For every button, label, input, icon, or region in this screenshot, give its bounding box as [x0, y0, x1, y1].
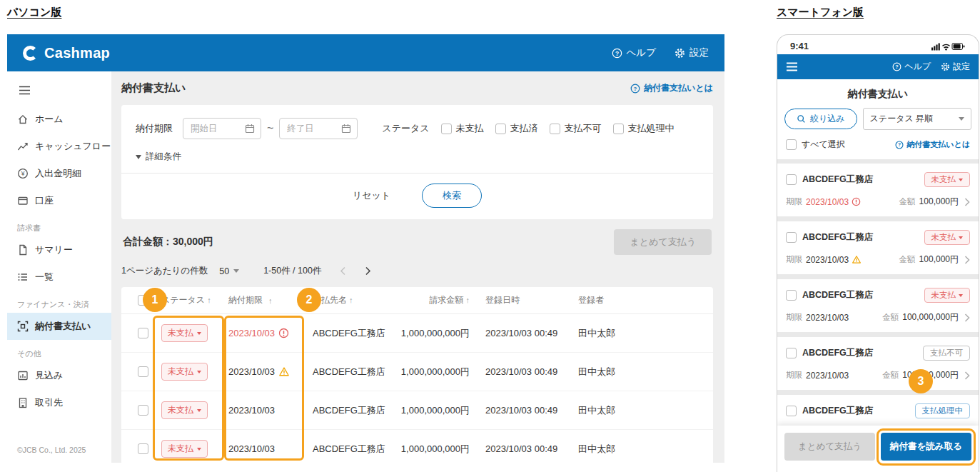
search-button[interactable]: 検索 [422, 184, 482, 208]
chevron-left-icon [340, 266, 346, 276]
item-checkbox[interactable] [786, 290, 797, 301]
status-badge-dropdown[interactable]: 未支払 [924, 230, 971, 245]
help-icon: ? [895, 141, 904, 149]
registrant: 田中太郎 [571, 404, 713, 417]
sidebar-item-accounts[interactable]: 口座 [7, 187, 111, 214]
menu-toggle-button[interactable] [786, 62, 798, 71]
divider [121, 173, 713, 174]
sidebar-item-home[interactable]: ホーム [7, 106, 111, 133]
item-checkbox[interactable] [786, 348, 797, 358]
filter-button[interactable]: 絞り込み [784, 109, 857, 129]
deadline-value: 2023/10/03 [806, 313, 849, 323]
item-detail-button[interactable] [964, 198, 970, 206]
settings-button[interactable]: 設定 [941, 61, 970, 73]
about-payment-slip-link[interactable]: ? 納付書支払いとは [630, 82, 713, 94]
reset-button[interactable]: リセット [353, 189, 390, 202]
list-item: ABCDEFG工務店 支払処理中 [777, 395, 979, 427]
annotation-badge-3: 3 [909, 369, 933, 393]
settings-button[interactable]: 設定 [675, 46, 709, 59]
svg-text:?: ? [898, 142, 901, 147]
scan-payment-slip-button[interactable]: 納付書を読み取る [881, 433, 971, 461]
total-amount-text: 合計金額：30,000円 [123, 236, 213, 248]
item-checkbox[interactable] [786, 406, 797, 416]
row-checkbox[interactable] [138, 405, 148, 416]
status-badge-dropdown[interactable]: 未支払 [924, 172, 971, 187]
deadline-value: 2023/10/03 [806, 371, 849, 381]
next-page-button[interactable] [365, 266, 371, 276]
sidebar-item-cashflow[interactable]: キャッシュフロー [7, 133, 111, 160]
status-bar-time: 9:41 [790, 41, 809, 51]
table-header-row: ステータス↑ 納付期限↑ 支払先名↑ 請求金額↑ 登録日時 登録者 [121, 287, 713, 314]
amount-value: 100,000円 [919, 253, 959, 266]
item-detail-button[interactable] [964, 371, 970, 380]
svg-text:?: ? [634, 85, 637, 91]
table-row: 未支払 2023/10/03 ABCDEFG工務店 1,000,000,000円… [121, 353, 713, 391]
status-checkbox-paid[interactable]: 支払済 [495, 122, 538, 135]
sidebar-item-payment-slip[interactable]: 納付書支払い [7, 313, 111, 340]
row-checkbox[interactable] [138, 328, 148, 338]
payee-name: ABCDEFG工務店 [802, 405, 873, 417]
bulk-pay-button[interactable]: まとめて支払う [784, 433, 875, 461]
status-badge-dropdown[interactable]: 未支払 [161, 324, 208, 342]
checkbox[interactable] [550, 124, 560, 134]
sp-footer-bar: まとめて支払う 納付書を読み取る [777, 426, 979, 472]
help-button[interactable]: ? ヘルプ [892, 61, 931, 73]
filter-panel: 納付期限 ~ ステータス 未支払 支払済 支払不可 [121, 105, 713, 219]
signal-wifi-battery-icons [931, 42, 966, 51]
status-label: 未支払 [168, 404, 193, 416]
calendar-icon[interactable] [244, 123, 256, 134]
calendar-icon[interactable] [340, 123, 352, 134]
bulk-pay-button[interactable]: まとめて支払う [614, 229, 712, 255]
column-header-amount[interactable]: 請求金額↑ [390, 294, 478, 306]
item-checkbox[interactable] [786, 232, 797, 243]
status-badge-dropdown[interactable]: 未支払 [924, 288, 971, 303]
deadline-filter-label: 納付期限 [136, 122, 173, 135]
sidebar-section-finance: ファイナンス・決済 [7, 291, 111, 313]
hamburger-icon [786, 62, 798, 71]
about-payment-slip-link[interactable]: ? 納付書支払いとは [895, 139, 970, 150]
item-checkbox[interactable] [786, 174, 797, 185]
sidebar-item-partners[interactable]: 取引先 [7, 389, 111, 416]
detail-conditions-toggle[interactable]: 詳細条件 [136, 151, 699, 163]
sidebar-item-transactions[interactable]: ¥ 入出金明細 [7, 160, 111, 187]
item-detail-button[interactable] [964, 313, 970, 322]
sidebar-item-list[interactable]: 一覧 [7, 263, 111, 291]
deadline-value: 2023/10/03 [806, 197, 849, 207]
row-checkbox[interactable] [138, 443, 148, 454]
hamburger-icon [19, 86, 31, 95]
status-badge-dropdown[interactable]: 未支払 [161, 401, 208, 419]
sidebar-item-summary[interactable]: サマリー [7, 236, 111, 263]
status-filter-label: ステータス [382, 122, 429, 135]
sidebar-item-label: キャッシュフロー [35, 140, 111, 153]
checkbox-label: 支払済 [510, 122, 538, 135]
row-checkbox[interactable] [138, 366, 148, 377]
registered-at: 2023/10/03 00:49 [478, 443, 571, 454]
menu-toggle-button[interactable] [7, 79, 111, 106]
select-all-checkbox[interactable] [786, 139, 797, 150]
checkbox[interactable] [441, 124, 452, 134]
status-checkbox-unavailable[interactable]: 支払不可 [550, 122, 602, 135]
status-badge-dropdown[interactable]: 未支払 [161, 363, 208, 381]
item-detail-button[interactable] [964, 256, 970, 264]
settings-label: 設定 [689, 46, 709, 59]
prev-page-button[interactable] [340, 266, 346, 276]
cashmap-logo-icon [23, 46, 38, 61]
status-checkbox-processing[interactable]: 支払処理中 [613, 122, 675, 135]
billed-amount: 1,000,000,000円 [390, 366, 478, 378]
per-page-select[interactable]: 50 [219, 266, 239, 276]
billed-amount: 1,000,000,000円 [390, 443, 478, 456]
filter-button-label: 絞り込み [810, 113, 845, 125]
checkbox[interactable] [495, 124, 506, 134]
help-button[interactable]: ? ヘルプ [612, 46, 656, 59]
sort-select[interactable]: ステータス 昇順 [863, 108, 971, 130]
payee-name: ABCDEFG工務店 [802, 347, 873, 359]
status-checkbox-unpaid[interactable]: 未支払 [441, 122, 484, 135]
table-row: 未支払 2023/10/03 ABCDEFG工務店 1,000,000,000円… [121, 430, 713, 463]
sidebar-item-forecast[interactable]: 見込み [7, 362, 111, 389]
checkbox[interactable] [613, 124, 624, 134]
status-badge-dropdown[interactable]: 未支払 [161, 440, 208, 458]
deadline-label: 期限 [786, 196, 802, 207]
chevron-down-icon [233, 269, 239, 273]
svg-text:¥: ¥ [21, 170, 25, 177]
column-header-deadline[interactable]: 納付期限↑ [221, 294, 305, 306]
